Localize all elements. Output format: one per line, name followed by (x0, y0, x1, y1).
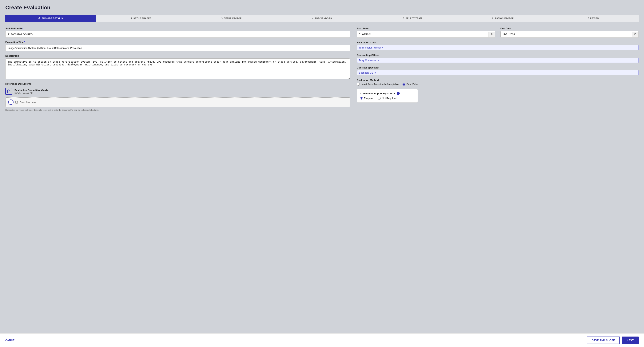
eval-chief-name: Terry Factor Advisor (359, 46, 381, 49)
step-provide-details[interactable]: ⊙ PROVIDE DETAILS (5, 15, 96, 22)
due-date-calendar-button[interactable]: 🗓 (632, 31, 638, 37)
step-num-4: 4 (312, 17, 314, 20)
evaluation-title-label: Evaluation Title* (5, 41, 350, 43)
contract-specialist-group: Contract Specialist Susheela CS × (357, 66, 639, 75)
eval-chief-label: Evaluation Chief (357, 41, 639, 44)
consensus-title: Consensus Report Signatures ? (360, 92, 414, 95)
step-label-1: PROVIDE DETAILS (42, 17, 63, 19)
reference-docs-group: Reference Documents Evaluation Committee… (5, 82, 350, 111)
drop-files-text: Drop files here (20, 101, 36, 104)
eval-chief-group: Evaluation Chief Terry Factor Advisor × (357, 41, 639, 50)
consensus-not-required-radio[interactable] (378, 97, 381, 100)
eval-method-lpta-text: Least Price Technically Acceptable (361, 83, 399, 86)
step-add-vendors[interactable]: 4 ADD VENDORS (277, 15, 367, 22)
step-label-6: ASSIGN FACTOR (495, 17, 514, 19)
stepper: ⊙ PROVIDE DETAILS 2 SETUP PHASES 3 SETUP… (5, 15, 639, 22)
step-label-3: SETUP FACTOR (224, 17, 242, 19)
contracting-officer-tag: Terry Contractor × (357, 58, 639, 63)
step-assign-factor[interactable]: 6 ASSIGN FACTOR (458, 15, 548, 22)
page-title: Create Evaluation (5, 4, 639, 11)
solicitation-id-group: Solicitation ID* (5, 27, 350, 38)
consensus-required-radio[interactable] (360, 97, 363, 100)
description-group: Description The objective is to obtain a… (5, 54, 350, 79)
eval-method-group: Evaluation Method Least Price Technicall… (357, 79, 639, 86)
reference-docs-label: Reference Documents (5, 82, 350, 85)
due-date-input-wrap: 🗓 (500, 31, 639, 38)
eval-method-label: Evaluation Method (357, 79, 639, 82)
save-close-button[interactable]: SAVE AND CLOSE (587, 337, 620, 344)
doc-meta: DOCX – 207.22 KB (14, 92, 48, 94)
doc-item: Evaluation Committee Guide DOCX – 207.22… (5, 86, 350, 96)
eval-method-best-value-label[interactable]: Best Value (402, 83, 418, 86)
contracting-officer-name: Terry Contractor (359, 59, 377, 62)
description-textarea[interactable]: The objective is to obtain an Image Veri… (5, 58, 350, 79)
contract-specialist-name: Susheela CS (359, 71, 374, 74)
due-date-input[interactable] (500, 31, 632, 37)
contracting-officer-label: Contracting Officer (357, 54, 639, 56)
contracting-officer-remove-button[interactable]: × (378, 59, 379, 62)
contract-specialist-remove-button[interactable]: × (374, 71, 376, 74)
due-date-field: Due Date 🗓 (500, 27, 639, 38)
consensus-help-icon[interactable]: ? (397, 92, 400, 95)
cancel-button[interactable]: CANCEL (5, 339, 16, 342)
solicitation-id-input[interactable] (5, 31, 350, 38)
upload-plus-icon: + (8, 99, 14, 105)
footer: CANCEL SAVE AND CLOSE NEXT (0, 333, 644, 347)
eval-chief-remove-button[interactable]: × (382, 46, 384, 49)
step-setup-factor[interactable]: 3 SETUP FACTOR (186, 15, 277, 22)
consensus-not-required-label[interactable]: Not Required (378, 97, 396, 100)
supported-types-text: Supported file types: pdf, doc, docx, xl… (5, 109, 350, 111)
start-date-label: Start Date (357, 27, 495, 30)
evaluation-title-input[interactable] (5, 45, 350, 51)
eval-method-lpta-radio[interactable] (357, 83, 360, 86)
contracting-officer-group: Contracting Officer Terry Contractor × (357, 54, 639, 63)
contract-specialist-tag: Susheela CS × (357, 70, 639, 75)
consensus-box: Consensus Report Signatures ? Required N… (357, 89, 418, 102)
consensus-not-required-text: Not Required (382, 97, 396, 100)
file-icon (15, 101, 18, 104)
consensus-radios: Required Not Required (360, 97, 414, 100)
step-num-7: 7 (588, 17, 589, 20)
step-num-2: 2 (131, 17, 132, 20)
step-num-5: 5 (403, 17, 404, 20)
eval-chief-tag: Terry Factor Advisor × (357, 45, 639, 50)
upload-area[interactable]: + Drop files here (5, 97, 350, 107)
step-icon-1: ⊙ (38, 17, 41, 20)
eval-method-best-value-text: Best Value (406, 83, 418, 86)
eval-method-lpta-label[interactable]: Least Price Technically Acceptable (357, 83, 399, 86)
eval-method-radios: Least Price Technically Acceptable Best … (357, 83, 639, 86)
start-date-field: Start Date 🗓 (357, 27, 495, 38)
step-label-7: REVIEW (590, 17, 599, 19)
start-date-input[interactable] (357, 31, 488, 37)
step-select-team[interactable]: 5 SELECT TEAM (367, 15, 458, 22)
next-button[interactable]: NEXT (622, 337, 639, 344)
step-num-3: 3 (221, 17, 223, 20)
step-label-5: SELECT TEAM (406, 17, 422, 19)
doc-info: Evaluation Committee Guide DOCX – 207.22… (14, 89, 48, 94)
evaluation-title-group: Evaluation Title* (5, 41, 350, 51)
start-date-calendar-button[interactable]: 🗓 (488, 31, 495, 37)
doc-filename: Evaluation Committee Guide (14, 89, 48, 92)
contract-specialist-label: Contract Specialist (357, 66, 639, 69)
due-date-label: Due Date (500, 27, 639, 30)
solicitation-id-label: Solicitation ID* (5, 27, 350, 30)
step-label-2: SETUP PHASES (133, 17, 151, 19)
step-review[interactable]: 7 REVIEW (548, 15, 639, 22)
eval-method-best-value-radio[interactable] (402, 83, 406, 86)
step-num-6: 6 (492, 17, 494, 20)
description-label: Description (5, 54, 350, 57)
doc-icon (5, 88, 12, 95)
start-date-input-wrap: 🗓 (357, 31, 495, 38)
step-label-4: ADD VENDORS (315, 17, 332, 19)
consensus-required-text: Required (364, 97, 374, 100)
step-setup-phases[interactable]: 2 SETUP PHASES (96, 15, 186, 22)
consensus-required-label[interactable]: Required (360, 97, 374, 100)
